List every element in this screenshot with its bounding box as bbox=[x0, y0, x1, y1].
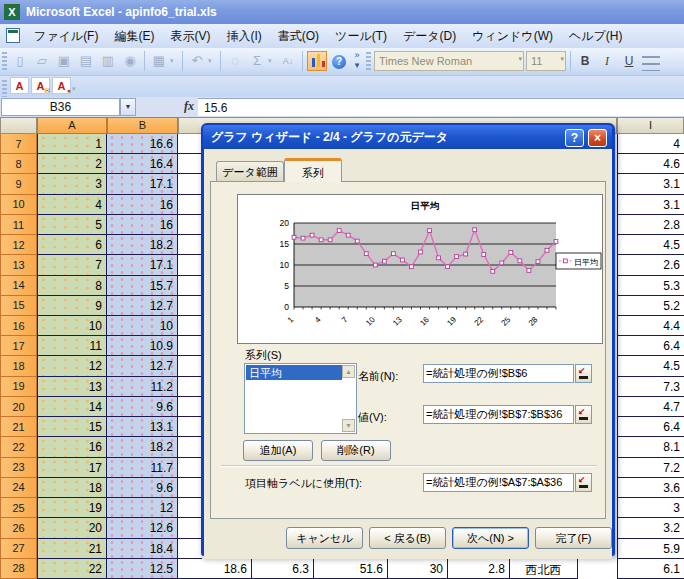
new-document-icon[interactable]: ▯ bbox=[10, 51, 30, 71]
cell-sliver[interactable] bbox=[178, 195, 202, 215]
cell-i13[interactable]: 2.6 bbox=[617, 255, 684, 275]
cell-a11[interactable]: 5 bbox=[37, 215, 107, 235]
row-header[interactable]: 11 bbox=[0, 215, 37, 235]
research-icon[interactable]: ◉ bbox=[120, 51, 140, 71]
cell-b19[interactable]: 11.2 bbox=[107, 377, 178, 397]
name-box-dropdown-icon[interactable]: ▼ bbox=[120, 98, 136, 116]
cell-i20[interactable]: 4.7 bbox=[617, 397, 684, 417]
cell-i24[interactable]: 3.6 bbox=[617, 478, 684, 498]
cell-b26[interactable]: 12.6 bbox=[107, 518, 178, 538]
name-box[interactable]: B36 bbox=[1, 98, 120, 116]
cell-i23[interactable]: 7.2 bbox=[617, 458, 684, 478]
cell-i12[interactable]: 4.5 bbox=[617, 235, 684, 255]
row-header[interactable]: 24 bbox=[0, 478, 37, 498]
cell-b10[interactable]: 16 bbox=[107, 195, 178, 215]
insert-function-icon[interactable]: fx bbox=[184, 99, 194, 114]
row-header[interactable]: 18 bbox=[0, 356, 37, 376]
cell-sliver[interactable] bbox=[178, 316, 202, 336]
row-header[interactable]: 16 bbox=[0, 316, 37, 336]
cell-a25[interactable]: 19 bbox=[37, 498, 107, 518]
cell-sliver[interactable] bbox=[178, 377, 202, 397]
range-picker-button[interactable]: ↙ bbox=[575, 473, 592, 492]
cell-sliver[interactable] bbox=[178, 478, 202, 498]
row-header[interactable]: 26 bbox=[0, 518, 37, 538]
cell-sliver[interactable] bbox=[178, 255, 202, 275]
print-icon[interactable]: ▤ bbox=[76, 51, 96, 71]
cell-b14[interactable]: 15.7 bbox=[107, 276, 178, 296]
values-field[interactable] bbox=[423, 405, 574, 424]
cell-b21[interactable]: 13.1 bbox=[107, 417, 178, 437]
help-icon[interactable]: ? bbox=[329, 51, 349, 71]
range-picker-button[interactable]: ↙ bbox=[575, 405, 592, 424]
menu-item[interactable]: 挿入(I) bbox=[218, 24, 269, 48]
range-picker-button[interactable]: ↙ bbox=[575, 364, 592, 383]
dialog-title-bar[interactable]: グラフ ウィザード - 2/4 - グラフの元データ bbox=[203, 125, 612, 149]
cell-i11[interactable]: 2.8 bbox=[617, 215, 684, 235]
series-list-item[interactable]: 日平均 bbox=[246, 365, 342, 380]
cell-a8[interactable]: 2 bbox=[37, 154, 107, 174]
cell-b27[interactable]: 18.4 bbox=[107, 539, 178, 559]
cell-sliver[interactable] bbox=[178, 235, 202, 255]
cell-sliver[interactable] bbox=[178, 397, 202, 417]
column-header-b[interactable]: B bbox=[107, 117, 178, 134]
convert-to-adobe-pdf-email-icon[interactable]: A✉ bbox=[31, 77, 50, 94]
chevron-down-icon[interactable]: ▾ bbox=[268, 51, 277, 71]
cell-b20[interactable]: 9.6 bbox=[107, 397, 178, 417]
cell-row28-extra[interactable]: 西北西 bbox=[510, 559, 578, 579]
cell-b8[interactable]: 16.4 bbox=[107, 154, 178, 174]
toolbar-overflow-icon[interactable]: »▾ bbox=[350, 50, 364, 72]
cell-b16[interactable]: 10 bbox=[107, 316, 178, 336]
cell-i17[interactable]: 6.4 bbox=[617, 336, 684, 356]
cell-b13[interactable]: 17.1 bbox=[107, 255, 178, 275]
chevron-down-icon[interactable]: ▾ bbox=[170, 51, 179, 71]
tab-series[interactable]: 系列 bbox=[284, 158, 342, 182]
toolbar-grip[interactable] bbox=[366, 52, 371, 72]
row-header[interactable]: 8 bbox=[0, 154, 37, 174]
chevron-down-icon[interactable]: ▾ bbox=[208, 51, 217, 71]
row-header[interactable]: 12 bbox=[0, 235, 37, 255]
cell-b22[interactable]: 18.2 bbox=[107, 437, 178, 457]
add-series-button[interactable]: 追加(A) bbox=[243, 440, 313, 461]
cell-b15[interactable]: 12.7 bbox=[107, 296, 178, 316]
open-folder-icon[interactable]: ▱ bbox=[32, 51, 52, 71]
finish-button[interactable]: 完了(F) bbox=[535, 527, 612, 549]
cell-sliver[interactable] bbox=[178, 356, 202, 376]
row-header[interactable]: 20 bbox=[0, 397, 37, 417]
cell-sliver[interactable] bbox=[178, 336, 202, 356]
cell-row28-extra[interactable]: 6.3 bbox=[252, 559, 314, 579]
cell-b24[interactable]: 9.6 bbox=[107, 478, 178, 498]
cell-a7[interactable]: 1 bbox=[37, 134, 107, 154]
italic-button[interactable]: I bbox=[597, 51, 617, 71]
cell-a19[interactable]: 13 bbox=[37, 377, 107, 397]
convert-to-adobe-pdf-review-icon[interactable]: A● bbox=[52, 77, 71, 94]
cell-a26[interactable]: 20 bbox=[37, 518, 107, 538]
cell-a14[interactable]: 8 bbox=[37, 276, 107, 296]
cell-i7[interactable]: 4 bbox=[617, 134, 684, 154]
menu-item[interactable]: ファイル(F) bbox=[26, 24, 106, 48]
back-button[interactable]: < 戻る(B) bbox=[369, 527, 446, 549]
cell-a24[interactable]: 18 bbox=[37, 478, 107, 498]
font-size-combo[interactable]: 11▾ bbox=[526, 51, 566, 71]
cell-a23[interactable]: 17 bbox=[37, 458, 107, 478]
cell-b17[interactable]: 10.9 bbox=[107, 336, 178, 356]
row-header[interactable]: 10 bbox=[0, 195, 37, 215]
cell-b23[interactable]: 11.7 bbox=[107, 458, 178, 478]
pdf-toolbar-overflow-icon[interactable]: ▾ bbox=[72, 79, 81, 99]
cell-b28[interactable]: 12.5 bbox=[107, 559, 178, 579]
cell-a17[interactable]: 11 bbox=[37, 336, 107, 356]
menu-item[interactable]: 編集(E) bbox=[106, 24, 162, 48]
convert-to-adobe-pdf-icon[interactable]: A bbox=[10, 77, 29, 94]
cell-a10[interactable]: 4 bbox=[37, 195, 107, 215]
cell-sliver[interactable] bbox=[178, 498, 202, 518]
undo-icon[interactable]: ↶ bbox=[187, 51, 207, 71]
menu-item[interactable]: ヘルプ(H) bbox=[561, 24, 631, 48]
cell-i25[interactable]: 3 bbox=[617, 498, 684, 518]
menu-item[interactable]: データ(D) bbox=[395, 24, 464, 48]
row-header[interactable]: 19 bbox=[0, 377, 37, 397]
cell-row28-extra[interactable]: 2.8 bbox=[448, 559, 510, 579]
cell-i21[interactable]: 6.4 bbox=[617, 417, 684, 437]
cell-sliver[interactable] bbox=[178, 417, 202, 437]
column-header-i[interactable]: I bbox=[617, 117, 684, 134]
cell-a27[interactable]: 21 bbox=[37, 539, 107, 559]
cell-row28-extra[interactable]: 51.6 bbox=[314, 559, 388, 579]
